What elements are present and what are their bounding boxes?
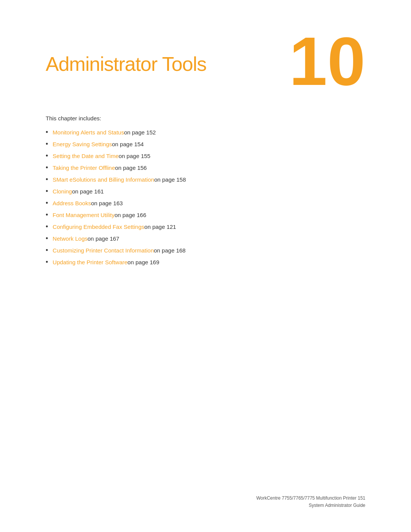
footer-line2: System Administrator Guide — [256, 502, 365, 509]
toc-page-ref: on page 166 — [115, 212, 146, 218]
toc-link[interactable]: Address Books — [53, 200, 91, 206]
toc-item: •Monitoring Alerts and Status on page 15… — [46, 128, 365, 136]
chapter-title: Administrator Tools — [46, 53, 206, 75]
toc-page-ref: on page 168 — [154, 247, 185, 254]
bullet-icon: • — [46, 211, 48, 219]
toc-link[interactable]: Network Logs — [53, 235, 88, 242]
toc-link[interactable]: Monitoring Alerts and Status — [53, 129, 124, 136]
toc-link[interactable]: Font Management Utility — [53, 212, 115, 218]
toc-item: •SMart eSolutions and Billing Informatio… — [46, 176, 365, 184]
toc-page-ref: on page 152 — [124, 129, 156, 136]
toc-page-ref: on page 121 — [144, 224, 176, 230]
toc-link[interactable]: Customizing Printer Contact Information — [53, 247, 154, 254]
bullet-icon: • — [46, 140, 48, 148]
toc-link[interactable]: Updating the Printer Software — [53, 259, 127, 265]
toc-item: •Taking the Printer Offline on page 156 — [46, 164, 365, 172]
intro-text: This chapter includes: — [46, 115, 365, 121]
toc-page-ref: on page 167 — [88, 235, 119, 242]
toc-page-ref: on page 169 — [127, 259, 159, 265]
bullet-icon: • — [46, 199, 48, 207]
bullet-icon: • — [46, 235, 48, 243]
toc-page-ref: on page 161 — [72, 188, 104, 195]
toc-link[interactable]: Configuring Embedded Fax Settings — [53, 224, 144, 230]
toc-link[interactable]: Setting the Date and Time — [53, 153, 118, 159]
toc-link[interactable]: SMart eSolutions and Billing Information — [53, 176, 154, 183]
footer-line1: WorkCentre 7755/7765/7775 Multifunction … — [256, 495, 365, 502]
toc-item: •Customizing Printer Contact Information… — [46, 246, 365, 254]
toc-link[interactable]: Taking the Printer Offline — [53, 165, 115, 171]
toc-item: •Setting the Date and Time on page 155 — [46, 152, 365, 160]
toc-item: •Energy Saving Settings on page 154 — [46, 140, 365, 148]
toc-item: •Network Logs on page 167 — [46, 235, 365, 243]
bullet-icon: • — [46, 176, 48, 184]
toc-link[interactable]: Energy Saving Settings — [53, 141, 112, 147]
toc-page-ref: on page 163 — [91, 200, 123, 206]
toc-item: •Address Books on page 163 — [46, 199, 365, 207]
bullet-icon: • — [46, 223, 48, 231]
toc-page-ref: on page 155 — [119, 153, 150, 159]
bullet-icon: • — [46, 187, 48, 195]
bullet-icon: • — [46, 128, 48, 136]
toc-page-ref: on page 156 — [115, 165, 147, 171]
bullet-icon: • — [46, 246, 48, 254]
toc-link[interactable]: Cloning — [53, 188, 72, 195]
page-container: Administrator Tools 10 This chapter incl… — [0, 0, 411, 532]
toc-page-ref: on page 154 — [112, 141, 143, 147]
toc-item: •Font Management Utility on page 166 — [46, 211, 365, 219]
toc-list: •Monitoring Alerts and Status on page 15… — [46, 128, 365, 266]
bullet-icon: • — [46, 164, 48, 172]
toc-item: •Updating the Printer Software on page 1… — [46, 258, 365, 266]
toc-item: •Configuring Embedded Fax Settings on pa… — [46, 223, 365, 231]
bullet-icon: • — [46, 258, 48, 266]
chapter-number: 10 — [289, 30, 365, 92]
chapter-header: Administrator Tools 10 — [46, 30, 365, 92]
toc-item: •Cloning on page 161 — [46, 187, 365, 195]
toc-page-ref: on page 158 — [154, 176, 186, 183]
bullet-icon: • — [46, 152, 48, 160]
footer: WorkCentre 7755/7765/7775 Multifunction … — [256, 495, 365, 509]
content-area: This chapter includes: •Monitoring Alert… — [46, 115, 365, 266]
